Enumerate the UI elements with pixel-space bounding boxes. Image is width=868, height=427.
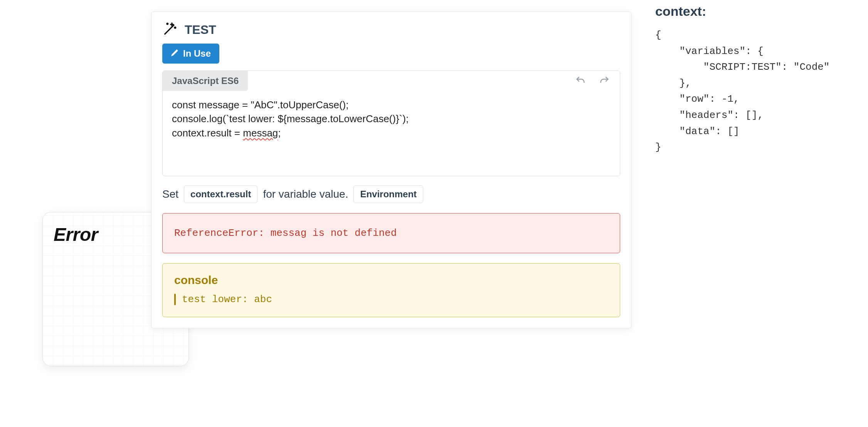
context-result-pill[interactable]: context.result [184,185,257,203]
console-line: test lower: abc [174,294,608,305]
svg-point-0 [167,23,168,24]
console-bar-icon [174,294,176,305]
context-heading: context: [655,4,856,19]
set-prefix: Set [162,188,178,200]
pencil-icon [171,48,179,59]
environment-pill[interactable]: Environment [353,185,423,203]
error-output: ReferenceError: messag is not defined [162,213,620,253]
console-text: test lower: abc [182,294,272,305]
magic-wand-icon [162,21,178,38]
redo-button[interactable] [596,72,613,90]
svg-point-1 [175,27,176,28]
context-panel: context: { "variables": { "SCRIPT:TEST":… [655,4,856,156]
redo-icon [599,81,610,87]
undo-icon [575,81,586,87]
language-chip[interactable]: JavaScript ES6 [163,71,248,91]
set-middle: for variable value. [263,188,348,200]
toolbar-actions [572,72,620,90]
undo-button[interactable] [572,72,589,90]
console-heading: console [174,274,608,287]
console-output: console test lower: abc [162,263,620,317]
code-editor: JavaScript ES6 [162,71,620,176]
code-textarea[interactable]: const message = "AbC".toUpperCase(); con… [163,91,620,176]
spell-error: messag [243,127,278,139]
code-toolbar: JavaScript ES6 [163,71,620,91]
in-use-label: In Use [183,48,211,59]
set-row: Set context.result for variable value. E… [162,185,620,203]
context-json: { "variables": { "SCRIPT:TEST": "Code" }… [655,27,856,156]
panel-header: TEST [162,21,620,38]
panel-title: TEST [185,23,216,37]
script-editor-panel: TEST In Use JavaScript ES6 [151,12,631,328]
in-use-button[interactable]: In Use [162,44,219,64]
